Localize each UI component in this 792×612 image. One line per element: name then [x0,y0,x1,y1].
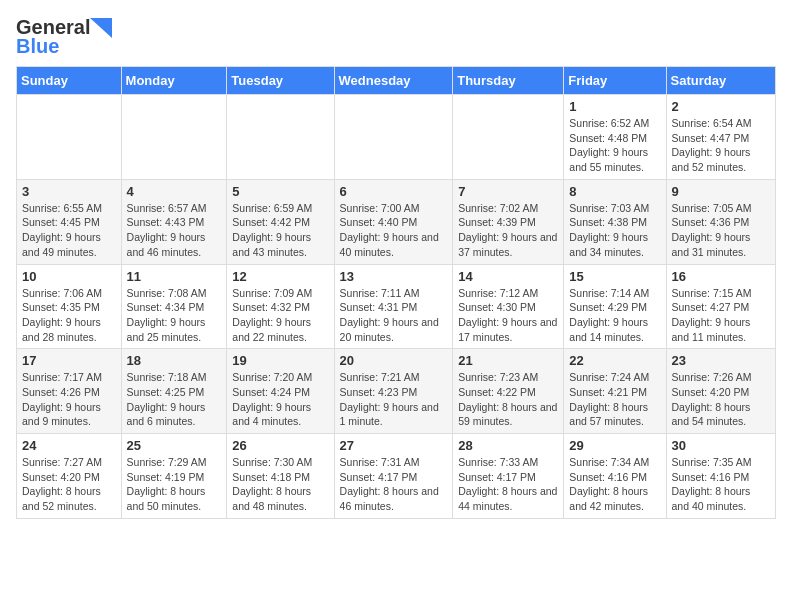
weekday-header-monday: Monday [121,67,227,95]
day-number: 9 [672,184,770,199]
calendar-week-row: 10Sunrise: 7:06 AMSunset: 4:35 PMDayligh… [17,264,776,349]
day-number: 8 [569,184,660,199]
day-info: Sunrise: 6:59 AMSunset: 4:42 PMDaylight:… [232,201,328,260]
day-info: Sunrise: 6:52 AMSunset: 4:48 PMDaylight:… [569,116,660,175]
day-number: 10 [22,269,116,284]
calendar-cell: 9Sunrise: 7:05 AMSunset: 4:36 PMDaylight… [666,179,775,264]
calendar-cell: 20Sunrise: 7:21 AMSunset: 4:23 PMDayligh… [334,349,453,434]
day-number: 23 [672,353,770,368]
day-number: 26 [232,438,328,453]
calendar-cell: 28Sunrise: 7:33 AMSunset: 4:17 PMDayligh… [453,434,564,519]
day-number: 3 [22,184,116,199]
day-info: Sunrise: 6:54 AMSunset: 4:47 PMDaylight:… [672,116,770,175]
calendar-cell: 30Sunrise: 7:35 AMSunset: 4:16 PMDayligh… [666,434,775,519]
logo: General Blue [16,16,112,58]
page-header: General Blue [16,16,776,58]
day-number: 14 [458,269,558,284]
calendar-week-row: 17Sunrise: 7:17 AMSunset: 4:26 PMDayligh… [17,349,776,434]
day-info: Sunrise: 7:26 AMSunset: 4:20 PMDaylight:… [672,370,770,429]
calendar-table: SundayMondayTuesdayWednesdayThursdayFrid… [16,66,776,519]
day-info: Sunrise: 7:18 AMSunset: 4:25 PMDaylight:… [127,370,222,429]
calendar-cell: 2Sunrise: 6:54 AMSunset: 4:47 PMDaylight… [666,95,775,180]
calendar-cell [453,95,564,180]
day-info: Sunrise: 7:17 AMSunset: 4:26 PMDaylight:… [22,370,116,429]
calendar-cell: 5Sunrise: 6:59 AMSunset: 4:42 PMDaylight… [227,179,334,264]
day-info: Sunrise: 7:21 AMSunset: 4:23 PMDaylight:… [340,370,448,429]
day-number: 7 [458,184,558,199]
day-info: Sunrise: 7:06 AMSunset: 4:35 PMDaylight:… [22,286,116,345]
day-info: Sunrise: 7:27 AMSunset: 4:20 PMDaylight:… [22,455,116,514]
calendar-cell: 19Sunrise: 7:20 AMSunset: 4:24 PMDayligh… [227,349,334,434]
calendar-cell: 24Sunrise: 7:27 AMSunset: 4:20 PMDayligh… [17,434,122,519]
day-number: 20 [340,353,448,368]
calendar-cell: 17Sunrise: 7:17 AMSunset: 4:26 PMDayligh… [17,349,122,434]
calendar-cell: 22Sunrise: 7:24 AMSunset: 4:21 PMDayligh… [564,349,666,434]
day-number: 6 [340,184,448,199]
day-info: Sunrise: 7:15 AMSunset: 4:27 PMDaylight:… [672,286,770,345]
day-number: 29 [569,438,660,453]
day-number: 21 [458,353,558,368]
day-number: 30 [672,438,770,453]
day-info: Sunrise: 7:29 AMSunset: 4:19 PMDaylight:… [127,455,222,514]
day-info: Sunrise: 7:02 AMSunset: 4:39 PMDaylight:… [458,201,558,260]
day-number: 16 [672,269,770,284]
weekday-header-friday: Friday [564,67,666,95]
calendar-week-row: 1Sunrise: 6:52 AMSunset: 4:48 PMDaylight… [17,95,776,180]
calendar-header: SundayMondayTuesdayWednesdayThursdayFrid… [17,67,776,95]
day-number: 11 [127,269,222,284]
day-info: Sunrise: 7:09 AMSunset: 4:32 PMDaylight:… [232,286,328,345]
calendar-cell: 1Sunrise: 6:52 AMSunset: 4:48 PMDaylight… [564,95,666,180]
day-number: 22 [569,353,660,368]
day-number: 2 [672,99,770,114]
weekday-header-wednesday: Wednesday [334,67,453,95]
day-info: Sunrise: 7:08 AMSunset: 4:34 PMDaylight:… [127,286,222,345]
day-info: Sunrise: 7:20 AMSunset: 4:24 PMDaylight:… [232,370,328,429]
day-number: 4 [127,184,222,199]
day-number: 17 [22,353,116,368]
day-number: 27 [340,438,448,453]
calendar-cell: 8Sunrise: 7:03 AMSunset: 4:38 PMDaylight… [564,179,666,264]
day-number: 5 [232,184,328,199]
calendar-cell: 18Sunrise: 7:18 AMSunset: 4:25 PMDayligh… [121,349,227,434]
calendar-cell: 4Sunrise: 6:57 AMSunset: 4:43 PMDaylight… [121,179,227,264]
calendar-cell [334,95,453,180]
day-info: Sunrise: 6:57 AMSunset: 4:43 PMDaylight:… [127,201,222,260]
calendar-cell: 13Sunrise: 7:11 AMSunset: 4:31 PMDayligh… [334,264,453,349]
day-info: Sunrise: 7:24 AMSunset: 4:21 PMDaylight:… [569,370,660,429]
weekday-header-saturday: Saturday [666,67,775,95]
day-info: Sunrise: 7:30 AMSunset: 4:18 PMDaylight:… [232,455,328,514]
weekday-header-thursday: Thursday [453,67,564,95]
day-info: Sunrise: 7:11 AMSunset: 4:31 PMDaylight:… [340,286,448,345]
calendar-cell: 11Sunrise: 7:08 AMSunset: 4:34 PMDayligh… [121,264,227,349]
day-info: Sunrise: 7:23 AMSunset: 4:22 PMDaylight:… [458,370,558,429]
day-number: 12 [232,269,328,284]
calendar-cell: 16Sunrise: 7:15 AMSunset: 4:27 PMDayligh… [666,264,775,349]
calendar-cell: 12Sunrise: 7:09 AMSunset: 4:32 PMDayligh… [227,264,334,349]
calendar-cell: 29Sunrise: 7:34 AMSunset: 4:16 PMDayligh… [564,434,666,519]
calendar-cell [121,95,227,180]
calendar-cell: 25Sunrise: 7:29 AMSunset: 4:19 PMDayligh… [121,434,227,519]
day-info: Sunrise: 7:03 AMSunset: 4:38 PMDaylight:… [569,201,660,260]
calendar-cell [17,95,122,180]
calendar-cell [227,95,334,180]
weekday-header-sunday: Sunday [17,67,122,95]
calendar-cell: 6Sunrise: 7:00 AMSunset: 4:40 PMDaylight… [334,179,453,264]
day-number: 1 [569,99,660,114]
weekday-header-tuesday: Tuesday [227,67,334,95]
calendar-week-row: 3Sunrise: 6:55 AMSunset: 4:45 PMDaylight… [17,179,776,264]
day-info: Sunrise: 7:33 AMSunset: 4:17 PMDaylight:… [458,455,558,514]
day-info: Sunrise: 7:12 AMSunset: 4:30 PMDaylight:… [458,286,558,345]
day-number: 15 [569,269,660,284]
logo-triangle-icon [90,18,112,38]
day-info: Sunrise: 7:31 AMSunset: 4:17 PMDaylight:… [340,455,448,514]
calendar-cell: 21Sunrise: 7:23 AMSunset: 4:22 PMDayligh… [453,349,564,434]
day-number: 19 [232,353,328,368]
day-number: 28 [458,438,558,453]
calendar-cell: 14Sunrise: 7:12 AMSunset: 4:30 PMDayligh… [453,264,564,349]
logo-blue: Blue [16,35,59,58]
day-info: Sunrise: 7:00 AMSunset: 4:40 PMDaylight:… [340,201,448,260]
day-info: Sunrise: 7:34 AMSunset: 4:16 PMDaylight:… [569,455,660,514]
svg-marker-0 [90,18,112,38]
calendar-week-row: 24Sunrise: 7:27 AMSunset: 4:20 PMDayligh… [17,434,776,519]
calendar-cell: 23Sunrise: 7:26 AMSunset: 4:20 PMDayligh… [666,349,775,434]
